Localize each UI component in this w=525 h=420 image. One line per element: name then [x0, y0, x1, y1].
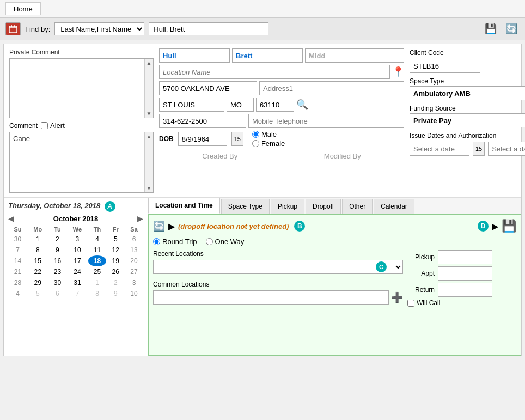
save-trip-icon[interactable]: 💾: [502, 219, 516, 233]
calendar-day[interactable]: 3: [125, 277, 143, 288]
calendar-day[interactable]: 2: [106, 277, 125, 288]
calendar-day[interactable]: 21: [8, 266, 27, 277]
calendar-day[interactable]: 7: [66, 288, 88, 299]
last-name-input[interactable]: [159, 48, 230, 63]
calendar-day[interactable]: 31: [66, 277, 88, 288]
tab-location-time[interactable]: Location and Time: [148, 198, 220, 214]
next-month-btn[interactable]: ▶: [137, 214, 143, 223]
city-input[interactable]: [159, 98, 224, 112]
calendar-day[interactable]: 7: [8, 245, 27, 255]
calendar-day[interactable]: 6: [125, 234, 143, 245]
calendar-day[interactable]: 1: [88, 277, 107, 288]
map-icon[interactable]: 📍: [392, 66, 404, 78]
alert-check[interactable]: [41, 122, 48, 129]
issue-date-start-cal-btn[interactable]: 15: [473, 142, 485, 156]
phone-input[interactable]: [159, 114, 246, 128]
calendar-day[interactable]: 16: [48, 255, 67, 266]
gender-male-radio[interactable]: [252, 131, 259, 138]
appt-time-input[interactable]: [438, 266, 492, 281]
round-trip-option[interactable]: Round Trip: [153, 238, 197, 246]
calendar-day[interactable]: 13: [125, 245, 143, 255]
first-name-input[interactable]: [232, 48, 303, 63]
calendar-day[interactable]: 3: [66, 234, 88, 245]
scroll-up[interactable]: ▲: [146, 60, 152, 66]
calendar-day[interactable]: 4: [88, 234, 107, 245]
common-locations-input[interactable]: [153, 290, 389, 305]
recent-locations-select[interactable]: [153, 260, 403, 274]
calendar-day[interactable]: 8: [27, 245, 48, 255]
calendar-day[interactable]: 30: [48, 277, 67, 288]
calendar-day[interactable]: 26: [106, 266, 125, 277]
calendar-day[interactable]: 14: [8, 255, 27, 266]
gender-male-option[interactable]: Male: [252, 130, 285, 138]
one-way-radio[interactable]: [206, 238, 213, 245]
search-input[interactable]: [149, 22, 268, 35]
refresh-button[interactable]: 🔄: [503, 21, 520, 36]
calendar-day[interactable]: 10: [66, 245, 88, 255]
scroll-down[interactable]: ▼: [146, 111, 152, 117]
calendar-day[interactable]: 25: [88, 266, 107, 277]
calendar-day[interactable]: 27: [125, 266, 143, 277]
address-main-input[interactable]: [159, 81, 257, 95]
address-search-icon[interactable]: 🔍: [296, 99, 308, 111]
calendar-day[interactable]: 9: [106, 288, 125, 299]
dob-input[interactable]: [178, 132, 227, 146]
calendar-day[interactable]: 22: [27, 266, 48, 277]
funding-source-select[interactable]: Private Pay Medicaid Medicare: [410, 113, 525, 127]
calendar-day[interactable]: 30: [8, 234, 27, 245]
return-time-input[interactable]: [438, 283, 492, 297]
calendar-day[interactable]: 10: [125, 288, 143, 299]
alert-checkbox[interactable]: Alert: [41, 121, 65, 130]
dob-calendar-btn[interactable]: 15: [231, 132, 243, 146]
calendar-day[interactable]: 4: [8, 288, 27, 299]
text-scroll-down[interactable]: ▼: [146, 185, 152, 191]
calendar-day[interactable]: 1: [27, 234, 48, 245]
tab-space-type[interactable]: Space Type: [221, 199, 270, 214]
calendar-day[interactable]: 15: [27, 255, 48, 266]
middle-name-input[interactable]: [305, 48, 404, 63]
private-comment-box[interactable]: ▲ ▼: [9, 58, 154, 118]
calendar-day[interactable]: 24: [66, 266, 88, 277]
client-code-input[interactable]: [410, 59, 480, 73]
calendar-day[interactable]: 28: [8, 277, 27, 288]
dropoff-refresh-icon[interactable]: 🔄: [153, 220, 165, 232]
gender-female-option[interactable]: Female: [252, 139, 285, 148]
calendar-day[interactable]: 9: [48, 245, 67, 255]
save-button[interactable]: 💾: [483, 21, 499, 36]
one-way-option[interactable]: One Way: [206, 238, 245, 246]
calendar-day[interactable]: 20: [125, 255, 143, 266]
tab-calendar[interactable]: Calendar: [374, 199, 414, 214]
tab-dropoff[interactable]: Dropoff: [306, 199, 341, 214]
round-trip-radio[interactable]: [153, 238, 160, 245]
calendar-day[interactable]: 23: [48, 266, 67, 277]
state-input[interactable]: [227, 98, 254, 112]
calendar-day[interactable]: 6: [48, 288, 67, 299]
gender-female-radio[interactable]: [252, 140, 259, 147]
comment-text-scrollbar[interactable]: ▲ ▼: [144, 132, 153, 192]
calendar-day[interactable]: 5: [27, 288, 48, 299]
calendar-day[interactable]: 18: [88, 255, 107, 266]
mobile-input[interactable]: [248, 114, 404, 128]
home-tab[interactable]: Home: [5, 2, 41, 15]
calendar-day[interactable]: 29: [27, 277, 48, 288]
location-name-input[interactable]: [159, 65, 390, 79]
calendar-day[interactable]: 19: [106, 255, 125, 266]
prev-month-btn[interactable]: ◀: [8, 214, 14, 223]
issue-date-end-input[interactable]: [488, 142, 525, 156]
find-by-select[interactable]: Last Name,First Name First Name,Last Nam…: [54, 22, 144, 35]
calendar-day[interactable]: 11: [88, 245, 107, 255]
tab-pickup[interactable]: Pickup: [271, 199, 304, 214]
zip-input[interactable]: [256, 98, 294, 112]
calendar-day[interactable]: 2: [48, 234, 67, 245]
tab-other[interactable]: Other: [342, 199, 373, 214]
comment-text-box[interactable]: Cane ▲ ▼: [9, 132, 154, 193]
add-location-btn[interactable]: ➕: [391, 291, 403, 303]
address2-input[interactable]: [259, 81, 404, 95]
calendar-day[interactable]: 5: [106, 234, 125, 245]
comment-scrollbar[interactable]: ▲ ▼: [144, 59, 153, 118]
will-call-checkbox[interactable]: [407, 300, 414, 307]
calendar-day[interactable]: 17: [66, 255, 88, 266]
text-scroll-up[interactable]: ▲: [146, 133, 152, 139]
calendar-day[interactable]: 8: [88, 288, 107, 299]
issue-date-start-input[interactable]: [410, 142, 469, 156]
